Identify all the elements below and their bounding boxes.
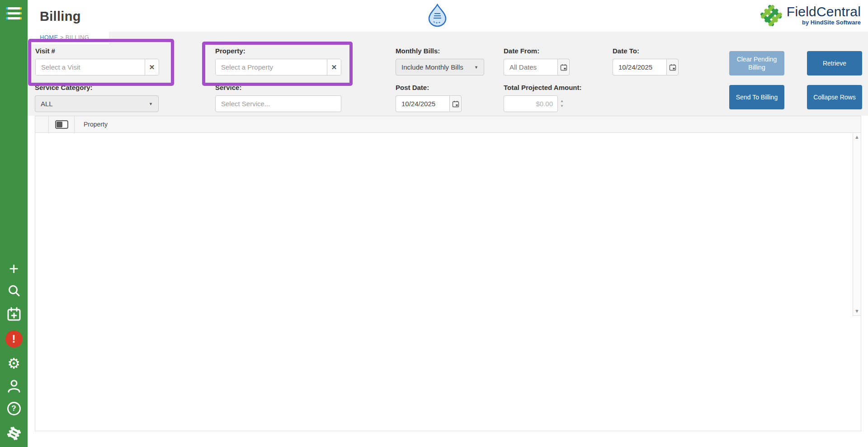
clear-x-icon: ✕ (331, 63, 337, 71)
clear-pending-billing-button[interactable]: Clear Pending Billing (729, 51, 784, 75)
date-from-input[interactable] (504, 59, 557, 75)
property-clear-button[interactable]: ✕ (327, 59, 341, 75)
property-column-header[interactable]: Property (75, 116, 861, 132)
person-icon (6, 378, 22, 394)
select-all-header[interactable] (49, 116, 75, 132)
settings-button[interactable]: ⚙ (0, 354, 28, 373)
billing-screen: + ! ⚙ (0, 0, 868, 447)
calendar-icon (669, 64, 676, 71)
date-to-label: Date To: (613, 47, 679, 55)
monthly-bills-dropdown[interactable]: Include Monthly Bills ▼ (396, 59, 484, 75)
scroll-up-icon[interactable]: ▲ (854, 135, 859, 140)
alerts-button[interactable]: ! (0, 329, 28, 348)
search-icon (7, 284, 21, 298)
hamburger-menu-icon[interactable] (6, 7, 22, 20)
service-category-value: ALL (41, 100, 53, 108)
expander-column-header (35, 116, 49, 132)
breadcrumb-current: BILLING (66, 34, 90, 41)
chevron-down-icon: ▼ (474, 65, 478, 70)
calendar-plus-icon (6, 306, 22, 322)
date-from-field: Date From: (504, 47, 570, 75)
visit-field: Visit # ✕ (35, 47, 159, 75)
search-button[interactable] (0, 282, 28, 301)
gear-icon: ⚙ (7, 356, 20, 371)
date-to-calendar-button[interactable] (666, 59, 679, 75)
service-input[interactable] (215, 95, 341, 112)
total-projected-input (504, 95, 558, 112)
service-category-field: Service Category: ALL ▼ (35, 84, 159, 112)
brand-tagline: by HindSite Software (802, 19, 861, 26)
post-date-input[interactable] (396, 95, 449, 112)
hindsite-logo-button[interactable] (0, 424, 28, 443)
schedule-add-button[interactable] (0, 305, 28, 324)
property-field: Property: ✕ (215, 47, 341, 75)
scroll-down-icon[interactable]: ▼ (854, 309, 859, 314)
company-waterdrop-logo (427, 4, 448, 27)
date-to-field: Date To: (613, 47, 679, 75)
plus-icon: + (9, 261, 19, 277)
calendar-icon (560, 64, 567, 71)
fieldcentral-brand: FieldCentral by HindSite Software (760, 4, 861, 27)
page-title: Billing (40, 9, 81, 24)
post-date-label: Post Date: (396, 84, 462, 92)
breadcrumb-separator: > (60, 34, 64, 41)
date-to-input[interactable] (613, 59, 666, 75)
date-from-label: Date From: (504, 47, 570, 55)
sidebar: + ! ⚙ (0, 0, 28, 447)
total-projected-field: Total Projected Amount: ▲ ▼ (504, 84, 582, 112)
post-date-calendar-button[interactable] (449, 95, 462, 112)
post-date-field: Post Date: (396, 84, 462, 112)
service-category-label: Service Category: (35, 84, 159, 92)
account-button[interactable] (0, 376, 28, 395)
date-from-calendar-button[interactable] (557, 59, 570, 75)
send-to-billing-button[interactable]: Send To Billing (729, 85, 784, 109)
amount-spinner: ▲ ▼ (558, 95, 566, 112)
select-all-toggle-icon[interactable] (55, 120, 68, 129)
service-label: Service: (215, 84, 341, 92)
grid-vertical-scrollbar[interactable]: ▲ ▼ (853, 133, 861, 316)
visit-input[interactable] (36, 59, 145, 75)
hindsite-knot-icon (5, 425, 23, 442)
total-projected-label: Total Projected Amount: (504, 84, 582, 92)
add-new-button[interactable]: + (0, 259, 28, 278)
monthly-bills-label: Monthly Bills: (396, 47, 484, 55)
spinner-down-icon[interactable]: ▼ (560, 104, 564, 108)
monthly-bills-value: Include Monthly Bills (401, 63, 463, 71)
billing-grid: Property ▲ ▼ (35, 116, 861, 431)
chevron-down-icon: ▼ (149, 102, 153, 106)
retrieve-button[interactable]: Retrieve (807, 51, 862, 75)
alert-icon: ! (5, 330, 23, 348)
breadcrumb-home-link[interactable]: HOME (40, 34, 58, 41)
calendar-icon (452, 100, 459, 108)
breadcrumb: HOME > BILLING (40, 34, 89, 41)
spinner-up-icon[interactable]: ▲ (560, 99, 564, 103)
service-category-dropdown[interactable]: ALL ▼ (35, 95, 159, 112)
question-icon: ? (7, 402, 21, 415)
brand-name: FieldCentral (787, 5, 861, 19)
collapse-rows-button[interactable]: Collapse Rows (807, 85, 862, 109)
monthly-bills-field: Monthly Bills: Include Monthly Bills ▼ (396, 47, 484, 75)
visit-label: Visit # (35, 47, 159, 55)
fieldcentral-knot-icon (760, 4, 783, 27)
property-label: Property: (215, 47, 341, 55)
help-button[interactable]: ? (0, 399, 28, 418)
property-input[interactable] (216, 59, 327, 75)
service-field: Service: (215, 84, 341, 112)
clear-x-icon: ✕ (149, 63, 155, 71)
visit-clear-button[interactable]: ✕ (145, 59, 159, 75)
grid-header-row: Property (35, 116, 861, 133)
